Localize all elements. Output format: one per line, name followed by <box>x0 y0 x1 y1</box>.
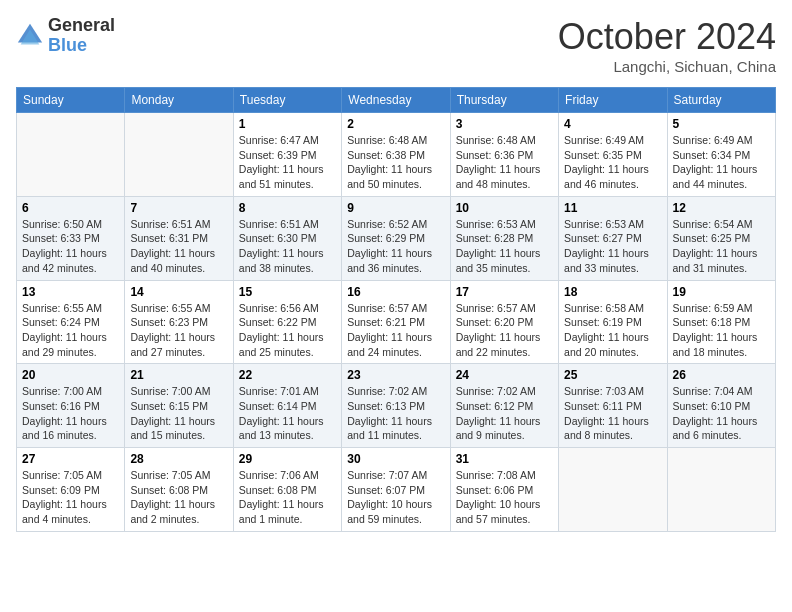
calendar-table: SundayMondayTuesdayWednesdayThursdayFrid… <box>16 87 776 532</box>
logo-text: GeneralBlue <box>48 16 115 56</box>
day-number: 2 <box>347 117 444 131</box>
day-number: 25 <box>564 368 661 382</box>
day-number: 21 <box>130 368 227 382</box>
calendar-week-row: 27Sunrise: 7:05 AMSunset: 6:09 PMDayligh… <box>17 448 776 532</box>
calendar-cell: 24Sunrise: 7:02 AMSunset: 6:12 PMDayligh… <box>450 364 558 448</box>
month-title: October 2024 <box>558 16 776 58</box>
calendar-cell: 20Sunrise: 7:00 AMSunset: 6:16 PMDayligh… <box>17 364 125 448</box>
calendar-cell: 29Sunrise: 7:06 AMSunset: 6:08 PMDayligh… <box>233 448 341 532</box>
day-number: 22 <box>239 368 336 382</box>
calendar-cell: 23Sunrise: 7:02 AMSunset: 6:13 PMDayligh… <box>342 364 450 448</box>
calendar-cell: 9Sunrise: 6:52 AMSunset: 6:29 PMDaylight… <box>342 196 450 280</box>
day-number: 26 <box>673 368 770 382</box>
day-number: 27 <box>22 452 119 466</box>
day-content: Sunrise: 7:07 AMSunset: 6:07 PMDaylight:… <box>347 468 444 527</box>
calendar-cell: 7Sunrise: 6:51 AMSunset: 6:31 PMDaylight… <box>125 196 233 280</box>
calendar-cell: 30Sunrise: 7:07 AMSunset: 6:07 PMDayligh… <box>342 448 450 532</box>
day-content: Sunrise: 6:51 AMSunset: 6:30 PMDaylight:… <box>239 217 336 276</box>
day-number: 24 <box>456 368 553 382</box>
calendar-cell: 10Sunrise: 6:53 AMSunset: 6:28 PMDayligh… <box>450 196 558 280</box>
day-content: Sunrise: 7:02 AMSunset: 6:13 PMDaylight:… <box>347 384 444 443</box>
day-number: 11 <box>564 201 661 215</box>
calendar-cell: 12Sunrise: 6:54 AMSunset: 6:25 PMDayligh… <box>667 196 775 280</box>
logo-icon <box>16 22 44 50</box>
day-number: 8 <box>239 201 336 215</box>
day-content: Sunrise: 7:05 AMSunset: 6:08 PMDaylight:… <box>130 468 227 527</box>
title-block: October 2024 Langchi, Sichuan, China <box>558 16 776 75</box>
day-number: 13 <box>22 285 119 299</box>
calendar-week-row: 1Sunrise: 6:47 AMSunset: 6:39 PMDaylight… <box>17 113 776 197</box>
day-content: Sunrise: 6:52 AMSunset: 6:29 PMDaylight:… <box>347 217 444 276</box>
weekday-header-sunday: Sunday <box>17 88 125 113</box>
day-content: Sunrise: 7:04 AMSunset: 6:10 PMDaylight:… <box>673 384 770 443</box>
calendar-cell: 8Sunrise: 6:51 AMSunset: 6:30 PMDaylight… <box>233 196 341 280</box>
calendar-cell: 15Sunrise: 6:56 AMSunset: 6:22 PMDayligh… <box>233 280 341 364</box>
day-number: 14 <box>130 285 227 299</box>
calendar-cell: 11Sunrise: 6:53 AMSunset: 6:27 PMDayligh… <box>559 196 667 280</box>
day-number: 29 <box>239 452 336 466</box>
weekday-header-wednesday: Wednesday <box>342 88 450 113</box>
calendar-cell: 14Sunrise: 6:55 AMSunset: 6:23 PMDayligh… <box>125 280 233 364</box>
day-number: 23 <box>347 368 444 382</box>
day-content: Sunrise: 6:54 AMSunset: 6:25 PMDaylight:… <box>673 217 770 276</box>
day-number: 4 <box>564 117 661 131</box>
weekday-header-monday: Monday <box>125 88 233 113</box>
calendar-cell: 27Sunrise: 7:05 AMSunset: 6:09 PMDayligh… <box>17 448 125 532</box>
day-content: Sunrise: 7:06 AMSunset: 6:08 PMDaylight:… <box>239 468 336 527</box>
day-number: 20 <box>22 368 119 382</box>
calendar-cell: 31Sunrise: 7:08 AMSunset: 6:06 PMDayligh… <box>450 448 558 532</box>
calendar-cell: 28Sunrise: 7:05 AMSunset: 6:08 PMDayligh… <box>125 448 233 532</box>
day-number: 17 <box>456 285 553 299</box>
day-content: Sunrise: 6:59 AMSunset: 6:18 PMDaylight:… <box>673 301 770 360</box>
day-content: Sunrise: 7:02 AMSunset: 6:12 PMDaylight:… <box>456 384 553 443</box>
location: Langchi, Sichuan, China <box>558 58 776 75</box>
day-content: Sunrise: 7:01 AMSunset: 6:14 PMDaylight:… <box>239 384 336 443</box>
calendar-cell: 1Sunrise: 6:47 AMSunset: 6:39 PMDaylight… <box>233 113 341 197</box>
calendar-cell: 19Sunrise: 6:59 AMSunset: 6:18 PMDayligh… <box>667 280 775 364</box>
calendar-cell: 2Sunrise: 6:48 AMSunset: 6:38 PMDaylight… <box>342 113 450 197</box>
calendar-cell: 17Sunrise: 6:57 AMSunset: 6:20 PMDayligh… <box>450 280 558 364</box>
calendar-week-row: 6Sunrise: 6:50 AMSunset: 6:33 PMDaylight… <box>17 196 776 280</box>
page-header: GeneralBlue October 2024 Langchi, Sichua… <box>16 16 776 75</box>
calendar-cell <box>559 448 667 532</box>
day-content: Sunrise: 7:00 AMSunset: 6:15 PMDaylight:… <box>130 384 227 443</box>
day-content: Sunrise: 6:49 AMSunset: 6:35 PMDaylight:… <box>564 133 661 192</box>
calendar-header-row: SundayMondayTuesdayWednesdayThursdayFrid… <box>17 88 776 113</box>
calendar-cell: 4Sunrise: 6:49 AMSunset: 6:35 PMDaylight… <box>559 113 667 197</box>
day-number: 30 <box>347 452 444 466</box>
day-number: 7 <box>130 201 227 215</box>
day-content: Sunrise: 7:00 AMSunset: 6:16 PMDaylight:… <box>22 384 119 443</box>
day-number: 9 <box>347 201 444 215</box>
day-content: Sunrise: 7:08 AMSunset: 6:06 PMDaylight:… <box>456 468 553 527</box>
day-content: Sunrise: 7:03 AMSunset: 6:11 PMDaylight:… <box>564 384 661 443</box>
day-content: Sunrise: 6:56 AMSunset: 6:22 PMDaylight:… <box>239 301 336 360</box>
day-content: Sunrise: 6:48 AMSunset: 6:38 PMDaylight:… <box>347 133 444 192</box>
calendar-week-row: 13Sunrise: 6:55 AMSunset: 6:24 PMDayligh… <box>17 280 776 364</box>
calendar-cell: 6Sunrise: 6:50 AMSunset: 6:33 PMDaylight… <box>17 196 125 280</box>
day-number: 19 <box>673 285 770 299</box>
weekday-header-tuesday: Tuesday <box>233 88 341 113</box>
weekday-header-thursday: Thursday <box>450 88 558 113</box>
calendar-cell: 13Sunrise: 6:55 AMSunset: 6:24 PMDayligh… <box>17 280 125 364</box>
calendar-cell: 18Sunrise: 6:58 AMSunset: 6:19 PMDayligh… <box>559 280 667 364</box>
day-number: 3 <box>456 117 553 131</box>
day-content: Sunrise: 6:51 AMSunset: 6:31 PMDaylight:… <box>130 217 227 276</box>
calendar-cell: 21Sunrise: 7:00 AMSunset: 6:15 PMDayligh… <box>125 364 233 448</box>
day-number: 5 <box>673 117 770 131</box>
calendar-cell: 26Sunrise: 7:04 AMSunset: 6:10 PMDayligh… <box>667 364 775 448</box>
day-content: Sunrise: 6:53 AMSunset: 6:28 PMDaylight:… <box>456 217 553 276</box>
day-content: Sunrise: 6:55 AMSunset: 6:24 PMDaylight:… <box>22 301 119 360</box>
day-number: 10 <box>456 201 553 215</box>
logo: GeneralBlue <box>16 16 115 56</box>
weekday-header-friday: Friday <box>559 88 667 113</box>
day-content: Sunrise: 6:55 AMSunset: 6:23 PMDaylight:… <box>130 301 227 360</box>
day-content: Sunrise: 6:47 AMSunset: 6:39 PMDaylight:… <box>239 133 336 192</box>
day-content: Sunrise: 6:57 AMSunset: 6:20 PMDaylight:… <box>456 301 553 360</box>
day-content: Sunrise: 6:49 AMSunset: 6:34 PMDaylight:… <box>673 133 770 192</box>
day-content: Sunrise: 6:50 AMSunset: 6:33 PMDaylight:… <box>22 217 119 276</box>
weekday-header-saturday: Saturday <box>667 88 775 113</box>
calendar-cell <box>125 113 233 197</box>
calendar-cell <box>17 113 125 197</box>
day-number: 12 <box>673 201 770 215</box>
calendar-cell <box>667 448 775 532</box>
